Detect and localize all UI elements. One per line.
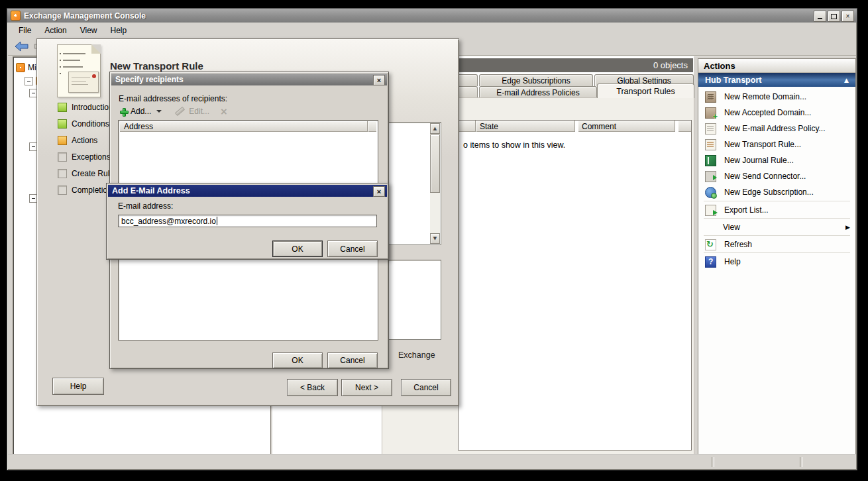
step-pending-icon [58,152,67,162]
column-header-state[interactable]: State [476,121,575,132]
restore-button[interactable] [828,11,840,22]
menu-item-file[interactable]: File [13,24,36,37]
actions-separator [704,252,850,253]
dialog-title-bar[interactable]: Specify recipients [111,74,387,85]
remote-domain-icon [705,91,716,103]
journal-rule-icon [705,155,716,166]
dialog-title: Specify recipients [115,75,184,84]
step-done-icon [58,119,67,129]
refresh-icon [705,239,716,250]
edit-recipient-button[interactable]: Edit... [175,107,209,116]
tab-stub[interactable] [457,86,478,98]
close-icon[interactable]: × [373,75,385,85]
results-list: State Comment o items to show in this vi… [458,120,692,451]
dialog-title: Add E-Mail Address [112,186,190,195]
column-header-comment[interactable]: Comment [578,121,675,132]
collapse-chevron-icon[interactable]: ▲ [844,77,849,83]
wizard-cancel-button[interactable]: Cancel [401,379,451,396]
background-exchange-text: Exchange [398,350,435,360]
objects-count: 0 objects [653,60,688,70]
collapse-toggle-icon[interactable] [25,77,33,85]
minimize-icon [818,18,822,19]
text-caret [217,217,217,225]
menu-item-action[interactable]: Action [39,24,72,37]
window-title: Exchange Management Console [24,11,146,21]
wizard-step-exceptions[interactable]: Exceptions [58,152,111,162]
add-cancel-button[interactable]: Cancel [327,240,378,257]
add-ok-button[interactable]: OK [272,240,323,257]
close-icon[interactable]: × [373,186,385,197]
actions-separator [704,235,850,236]
help-icon [705,256,716,268]
address-column-header[interactable]: Address [119,121,368,132]
tab-transport-rules[interactable]: Transport Rules [597,83,694,98]
wizard-step-completion[interactable]: Completion [58,186,112,195]
add-recipient-button[interactable]: Add... [119,107,168,116]
tab-email-address-policies[interactable]: E-mail Address Policies [479,86,597,98]
wizard-step-actions[interactable]: Actions [58,136,97,145]
vertical-scrollbar[interactable]: ▲ ▼ [430,123,440,244]
action-view[interactable]: View ▶ [698,219,855,235]
specify-cancel-button[interactable]: Cancel [327,352,378,368]
scroll-up-button[interactable]: ▲ [430,123,440,134]
add-plus-icon [119,107,128,116]
action-new-journal-rule[interactable]: New Journal Rule... [698,152,855,168]
dialog-title-bar[interactable]: Add E-Mail Address [108,185,387,197]
submenu-arrow-icon: ▶ [845,224,850,231]
hub-transport-group-header[interactable]: Hub Transport ▲ [698,73,855,87]
step-pending-icon [58,186,67,195]
wizard-back-button[interactable]: < Back [287,379,338,396]
recipients-label: E-mail addresses of recipients: [119,94,227,103]
action-export-list[interactable]: Export List... [698,202,855,218]
step-pending-icon [58,169,67,178]
email-address-input[interactable]: bcc_address@mxrecord.io [118,215,377,227]
action-refresh[interactable]: Refresh [698,237,855,252]
exchange-node-icon [16,63,25,72]
address-column-blank [368,121,376,132]
tab-edge-subscriptions[interactable]: Edge Subscriptions [479,74,593,86]
wizard-title: New Transport Rule [110,60,203,72]
delete-x-icon[interactable]: × [220,106,228,117]
close-button[interactable]: × [841,11,854,22]
specify-ok-button[interactable]: OK [272,352,323,368]
edit-pencil-icon [175,107,185,116]
action-new-transport-rule[interactable]: New Transport Rule... [698,136,855,152]
tab-stub[interactable] [457,74,478,86]
menu-item-help[interactable]: Help [105,24,133,37]
scroll-thumb[interactable] [430,134,440,193]
action-new-send-connector[interactable]: New Send Connector... [698,168,855,184]
actions-pane-header: Actions [698,59,855,73]
status-divider [800,457,802,467]
action-help[interactable]: Help [698,254,855,270]
wizard-step-introduction[interactable]: Introduction [58,103,113,112]
minimize-button[interactable] [814,11,826,22]
wizard-step-conditions[interactable]: Conditions [58,119,109,129]
action-new-accepted-domain[interactable]: New Accepted Domain... [698,105,855,121]
empty-view-message: o items to show in this view. [463,140,565,150]
title-bar[interactable]: Exchange Management Console × [7,9,857,23]
action-new-email-address-policy[interactable]: New E-mail Address Policy... [698,121,855,136]
menu-item-view[interactable]: View [75,24,103,37]
step-current-icon [58,136,67,145]
action-new-remote-domain[interactable]: New Remote Domain... [698,89,855,105]
column-header-blank [678,121,691,132]
wizard-help-button[interactable]: Help [52,378,104,395]
actions-separator [704,201,850,201]
status-divider [712,457,714,467]
restore-icon [831,14,837,19]
action-new-edge-subscription[interactable]: New Edge Subscription... [698,184,855,200]
wizard-step-create-rule[interactable]: Create Rule [58,169,114,178]
actions-separator [704,218,850,219]
email-policy-icon [705,123,716,134]
add-email-address-dialog: Add E-Mail Address × E-mail address: bcc… [106,183,389,260]
back-arrow-icon[interactable] [15,41,29,52]
wizard-document-icon [57,44,101,97]
menu-bar: File Action View Help [8,23,856,38]
column-header-stub[interactable] [459,121,476,132]
scroll-down-button[interactable]: ▼ [430,233,440,244]
export-list-icon [705,205,716,216]
wizard-next-button[interactable]: Next > [341,379,392,396]
email-address-value: bcc_address@mxrecord.io [121,217,216,226]
dropdown-arrow-icon[interactable] [156,110,162,113]
send-connector-icon [705,171,716,182]
